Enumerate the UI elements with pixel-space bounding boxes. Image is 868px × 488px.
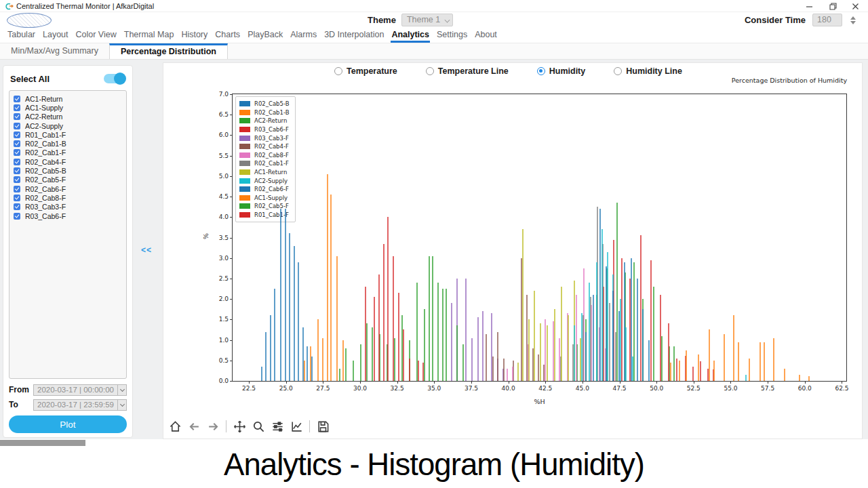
sensor-list: AC1-ReturnAC1-SupplyAC2-ReturnAC2-Supply… xyxy=(9,90,127,379)
histogram-bar-r03-cab6-f xyxy=(668,323,669,381)
chevron-down-icon xyxy=(117,400,126,410)
y-tick xyxy=(230,115,233,115)
collapse-sidebar-button[interactable]: << xyxy=(141,245,152,255)
histogram-bar-r02-cab5-f xyxy=(437,283,439,381)
tab-about[interactable]: About xyxy=(474,28,498,43)
save-icon[interactable] xyxy=(314,418,332,434)
radio-temperature[interactable]: Temperature xyxy=(334,66,397,76)
pan-icon[interactable] xyxy=(231,418,248,434)
sensor-item-r01-cab1-f[interactable]: R01_Cab1-F xyxy=(14,130,122,139)
checkbox-checked-icon[interactable] xyxy=(14,167,20,174)
screenshot-caption: Analytics - Histogram (Humidity) xyxy=(13,439,855,488)
plot-button[interactable]: Plot xyxy=(9,415,127,433)
histogram-bar-ac2-supply xyxy=(632,357,633,381)
subtab-percentage-distribution[interactable]: Percentage Distribution xyxy=(109,43,228,59)
sensor-item-r02-cab5-f[interactable]: R02_Cab5-F xyxy=(14,176,122,184)
sensor-item-ac2-return[interactable]: AC2-Return xyxy=(14,113,122,121)
app-icon xyxy=(4,3,14,10)
to-datetime-select[interactable]: 2020-03-17 | 23:59:59 xyxy=(33,399,127,411)
sensor-item-r02-cab5-b[interactable]: R02_Cab5-B xyxy=(14,166,122,175)
tab-settings[interactable]: Settings xyxy=(436,28,468,43)
checkbox-checked-icon[interactable] xyxy=(14,131,20,138)
maximize-icon[interactable] xyxy=(821,0,844,12)
sensor-item-ac1-return[interactable]: AC1-Return xyxy=(14,94,122,103)
back-icon[interactable] xyxy=(185,418,203,434)
checkbox-checked-icon[interactable] xyxy=(14,149,20,156)
histogram-bar-r02-cab1-f xyxy=(615,332,616,382)
customize-icon[interactable] xyxy=(288,418,305,434)
minimize-icon[interactable] xyxy=(797,0,821,12)
sensor-item-r02-cab1-f[interactable]: R02_Cab1-F xyxy=(14,148,122,157)
sensor-label: R03_Cab3-F xyxy=(25,203,66,211)
histogram-bar-ac1-supply xyxy=(713,361,715,381)
checkbox-checked-icon[interactable] xyxy=(14,140,20,147)
checkbox-checked-icon[interactable] xyxy=(14,186,20,192)
sensor-item-ac1-supply[interactable]: AC1-Supply xyxy=(14,103,122,112)
select-all-toggle[interactable] xyxy=(104,74,125,83)
legend-swatch-icon xyxy=(239,186,250,192)
sensor-item-r03-cab6-f[interactable]: R03_Cab6-F xyxy=(14,211,122,220)
sensor-item-r02-cab1-b[interactable]: R02_Cab1-B xyxy=(14,139,122,148)
x-tick-label: 25.0 xyxy=(279,385,293,392)
checkbox-checked-icon[interactable] xyxy=(14,96,20,102)
sensor-item-ac2-supply[interactable]: AC2-Supply xyxy=(14,121,122,130)
tab-analytics[interactable]: Analytics xyxy=(391,28,430,43)
subplots-icon[interactable] xyxy=(269,418,286,434)
sensor-item-r03-cab3-f[interactable]: R03_Cab3-F xyxy=(14,203,122,211)
legend-label: AC2-Return xyxy=(254,117,287,124)
tab-3d-interpolation[interactable]: 3D Interpolation xyxy=(323,28,384,43)
sensor-item-r02-cab4-f[interactable]: R02_Cab4-F xyxy=(14,157,122,166)
checkbox-checked-icon[interactable] xyxy=(14,113,20,120)
radio-temperature-line[interactable]: Temperature Line xyxy=(426,66,509,76)
sensor-label: R02_Cab5-B xyxy=(25,167,66,175)
forward-icon[interactable] xyxy=(204,418,222,434)
tab-history[interactable]: History xyxy=(180,28,208,43)
tab-charts[interactable]: Charts xyxy=(214,28,241,43)
tab-thermal-map[interactable]: Thermal Map xyxy=(123,28,175,43)
x-tick xyxy=(360,381,361,384)
close-icon[interactable] xyxy=(844,0,867,12)
x-tick xyxy=(805,381,806,384)
checkbox-checked-icon[interactable] xyxy=(14,159,20,165)
sensor-item-r02-cab6-f[interactable]: R02_Cab6-F xyxy=(14,184,122,193)
checkbox-checked-icon[interactable] xyxy=(14,213,20,220)
histogram-bar-r02-cab5-f xyxy=(456,325,458,381)
y-tick-label: 2.5 xyxy=(205,275,229,282)
legend-item-r02-cab5-f: R02_Cab5-F xyxy=(239,202,290,211)
legend-label: R02_Cab4-F xyxy=(254,143,289,150)
y-tick xyxy=(230,156,233,157)
histogram-bar-r02-cab1-f xyxy=(609,303,610,381)
home-icon[interactable] xyxy=(166,418,184,434)
tab-color-view[interactable]: Color View xyxy=(75,28,117,43)
y-tick-label: 4.5 xyxy=(205,193,229,200)
legend-swatch-icon xyxy=(239,136,250,141)
histogram-bar-r02-cab5-f xyxy=(442,289,443,381)
subtab-min-max-avg-summary[interactable]: Min/Max/Avg Summary xyxy=(0,43,109,59)
consider-time-spinner[interactable]: 180 xyxy=(812,14,842,26)
histogram-plot: R02_Cab5-BR02_Cab1-BAC2-ReturnR03_Cab6-F… xyxy=(232,94,847,382)
checkbox-checked-icon[interactable] xyxy=(14,104,20,111)
tab-playback[interactable]: PlayBack xyxy=(247,28,283,43)
histogram-bar-r02-cab1-f xyxy=(590,297,591,381)
from-datetime-select[interactable]: 2020-03-17 | 00:00:00 xyxy=(33,384,127,396)
tab-alarms[interactable]: Alarms xyxy=(290,28,317,43)
tab-tabular[interactable]: Tabular xyxy=(7,28,36,43)
histogram-bar-ac2-supply xyxy=(589,283,590,381)
sensor-item-r02-cab8-f[interactable]: R02_Cab8-F xyxy=(14,193,122,202)
tab-layout[interactable]: Layout xyxy=(42,28,69,43)
y-tick-label: 2.0 xyxy=(205,296,229,302)
checkbox-checked-icon[interactable] xyxy=(14,195,20,201)
legend-item-r02-cab5-b: R02_Cab5-B xyxy=(239,100,290,108)
radio-humidity-line[interactable]: Humidity Line xyxy=(614,66,682,76)
radio-humidity[interactable]: Humidity xyxy=(537,66,585,76)
theme-select[interactable]: Theme 1 xyxy=(401,14,453,26)
checkbox-checked-icon[interactable] xyxy=(14,123,20,129)
checkbox-checked-icon[interactable] xyxy=(14,176,20,183)
histogram-bar-r02-cab6-f xyxy=(585,332,587,382)
radio-icon xyxy=(426,67,434,75)
spinner-arrows-icon[interactable] xyxy=(850,16,856,24)
zoom-icon[interactable] xyxy=(250,418,267,434)
legend-item-ac2-supply: AC2-Supply xyxy=(239,176,290,185)
checkbox-checked-icon[interactable] xyxy=(14,203,20,210)
histogram-bar-r02-cab1-f xyxy=(583,315,584,381)
